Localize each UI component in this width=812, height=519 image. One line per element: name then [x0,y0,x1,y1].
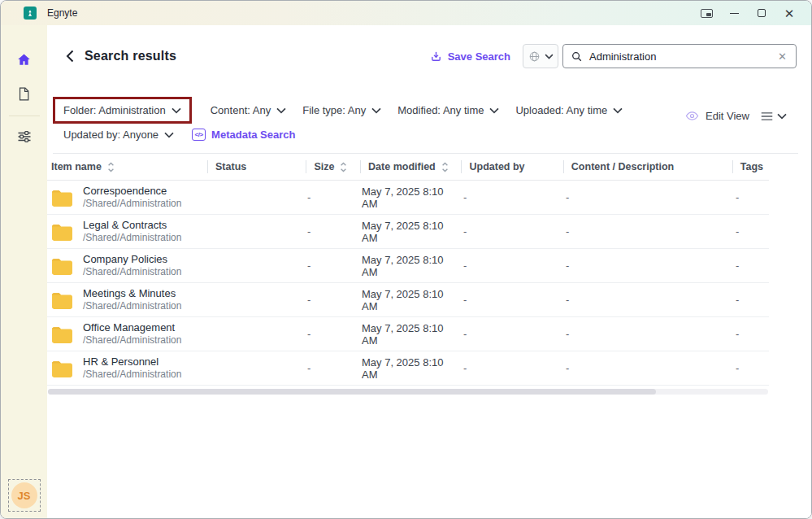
table-row[interactable]: Company Policies /Shared/Administration … [47,249,769,283]
column-header-content-description[interactable]: Content / Description [557,154,726,180]
cell-date-modified: May 7, 2025 8:10 AM [355,254,457,278]
search-box: ✕ [562,44,797,68]
item-name: Meetings & Minutes [83,287,181,300]
chevron-down-icon [613,107,623,114]
chevron-down-icon [276,107,286,114]
item-name: Company Policies [83,253,181,266]
column-header-tags[interactable]: Tags [726,154,769,180]
chevron-down-icon [172,107,181,114]
cell-updated-by: - [457,362,559,374]
column-header-item-name[interactable]: Item name [47,154,201,180]
filter-uploaded[interactable]: Uploaded: Any time [515,104,623,116]
cell-updated-by: - [457,294,559,306]
horizontal-scrollbar-track[interactable] [48,389,768,395]
table-row[interactable]: Legal & Contracts /Shared/Administration… [47,215,769,249]
save-search-button[interactable]: Save Search [430,50,510,63]
item-path: /Shared/Administration [83,266,181,278]
cell-content-description: - [559,328,729,340]
cell-content-description: - [559,362,729,374]
search-input[interactable] [589,50,776,63]
app-window: Egnyte ✕ [0,0,812,519]
tablet-mode-icon[interactable] [693,2,720,24]
chevron-down-icon [489,107,499,114]
item-path: /Shared/Administration [83,369,181,381]
cell-date-modified: May 7, 2025 8:10 AM [355,356,457,381]
filter-file-type[interactable]: File type: Any [302,104,381,116]
table-row[interactable]: Meetings & Minutes /Shared/Administratio… [47,283,769,317]
item-name: Office Management [83,321,181,334]
eye-icon [685,111,699,121]
folder-icon [51,189,73,207]
cell-content-description: - [559,191,729,203]
filter-updated-by[interactable]: Updated by: Anyone [63,129,174,141]
save-search-icon [430,50,442,63]
back-button[interactable] [60,46,80,66]
maximize-button[interactable] [748,2,775,24]
item-path: /Shared/Administration [83,232,181,244]
view-mode-dropdown[interactable] [761,111,787,121]
filter-content[interactable]: Content: Any [211,104,286,116]
filter-folder[interactable]: Folder: Administration [63,104,181,116]
cell-tags: - [729,294,769,306]
documents-icon[interactable] [11,81,38,106]
table-row[interactable]: Correspoendence /Shared/Administration -… [47,181,769,215]
table-body: Correspoendence /Shared/Administration -… [47,181,769,386]
search-icon [571,50,583,63]
cell-date-modified: May 7, 2025 8:10 AM [355,220,457,244]
cell-tags: - [729,362,769,374]
sort-icon[interactable] [441,162,449,172]
user-avatar[interactable]: JS [11,482,37,508]
annotation-highlight-box: Folder: Administration [53,97,192,124]
section-divider [53,153,798,154]
settings-sliders-icon[interactable] [11,124,38,149]
item-name: Correspoendence [83,185,181,198]
column-header-size[interactable]: Size [299,154,354,180]
folder-icon [51,325,73,343]
column-header-updated-by[interactable]: Updated by [454,154,556,180]
filter-modified[interactable]: Modified: Any time [397,104,499,116]
minimize-button[interactable] [720,2,748,24]
save-search-label: Save Search [448,50,510,63]
cell-tags: - [729,260,769,272]
cell-tags: - [729,191,769,203]
sort-icon[interactable] [340,162,347,172]
cell-updated-by: - [457,225,559,238]
cell-date-modified: May 7, 2025 8:10 AM [355,322,457,347]
cell-size: - [301,260,355,272]
chevron-down-icon [777,113,787,120]
item-path: /Shared/Administration [83,334,181,347]
sort-icon[interactable] [107,162,115,172]
egnyte-logo-icon [24,7,37,20]
chevron-down-icon [545,54,554,59]
title-bar: Egnyte ✕ [1,1,811,25]
item-path: /Shared/Administration [83,300,181,312]
results-table: Item name Status Size Date modified [47,154,769,395]
avatar-focus-ring: JS [8,479,41,512]
item-name: HR & Personnel [83,355,181,369]
cell-content-description: - [559,260,729,272]
window-title: Egnyte [47,7,77,19]
chevron-down-icon [164,132,174,138]
folder-icon [51,360,73,377]
search-clear-icon[interactable]: ✕ [776,50,788,63]
search-scope-dropdown[interactable] [523,44,558,68]
column-header-status[interactable]: Status [201,154,299,180]
cell-size: - [301,225,355,238]
table-header: Item name Status Size Date modified [47,154,769,181]
table-row[interactable]: HR & Personnel /Shared/Administration - … [47,351,769,386]
close-button[interactable]: ✕ [775,2,803,24]
code-icon: </> [192,129,206,141]
folder-icon [51,291,73,309]
list-view-icon [761,111,773,121]
cell-tags: - [729,328,769,340]
edit-view-button[interactable]: Edit View [706,110,749,122]
column-header-date-modified[interactable]: Date modified [354,154,454,180]
cell-size: - [301,294,355,306]
cell-content-description: - [559,225,729,238]
horizontal-scrollbar-thumb[interactable] [48,389,656,395]
cell-size: - [301,328,355,340]
table-row[interactable]: Office Management /Shared/Administration… [47,317,769,351]
sidebar: JS [1,25,47,519]
metadata-search-link[interactable]: </> Metadata Search [192,129,295,141]
home-icon[interactable] [11,47,38,72]
